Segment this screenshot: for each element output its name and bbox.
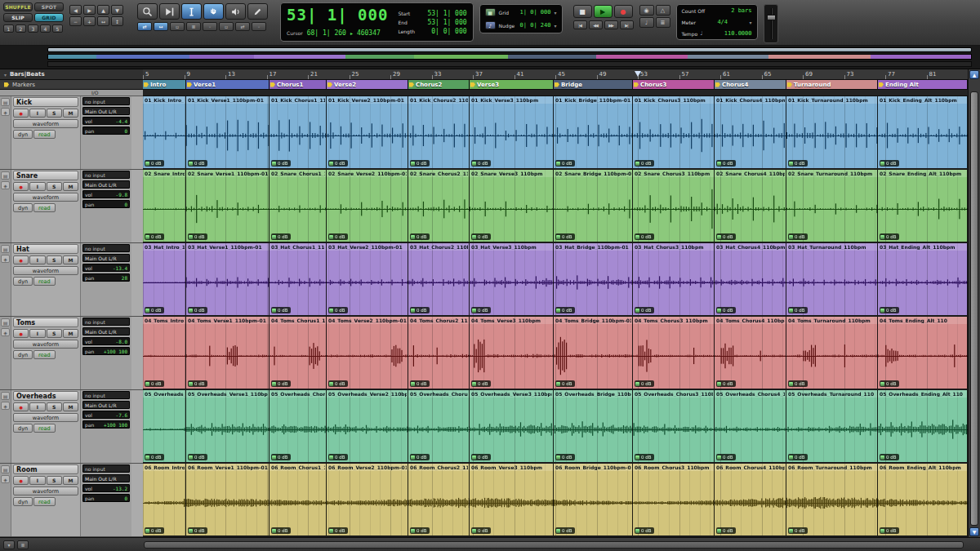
playlist-icon[interactable]: ▤ (1, 392, 10, 400)
clip-gain-badge[interactable]: 0 dB (716, 527, 736, 534)
audio-clip[interactable]: 03_Hat_Verse3_110bpm0 dB (470, 243, 554, 315)
clip-gain-badge[interactable]: 0 dB (145, 380, 164, 387)
mute-button[interactable]: M (63, 256, 78, 264)
audio-clip[interactable]: 01_Kick_Verse2_110bpm-010 dB (327, 96, 408, 168)
online-button[interactable]: ◉ (639, 5, 654, 16)
pan-display[interactable]: pan0 (82, 494, 130, 502)
scrubber-tool-button[interactable] (225, 3, 246, 20)
clip-gain-badge[interactable]: 0 dB (635, 380, 654, 387)
clip-gain-badge[interactable]: 0 dB (788, 380, 808, 387)
clip-gain-badge[interactable]: 0 dB (471, 454, 491, 460)
audio-clip[interactable]: 01_Kick_Intro_0 dB (143, 96, 186, 168)
overview-segment-turnaround[interactable] (768, 55, 871, 59)
input-selector[interactable]: no input (82, 464, 130, 473)
audio-clip[interactable]: 06_Room_Intro0 dB (143, 464, 186, 535)
audio-clip[interactable]: 04_Toms_Verse1_110bpm-010 dB (186, 317, 270, 389)
clip-gain-badge[interactable]: 0 dB (410, 380, 430, 387)
edit-option-button-4[interactable]: ≣ (186, 22, 201, 31)
audio-clip[interactable]: 01_Kick_Verse3_110bpm0 dB (470, 96, 554, 168)
audio-clip[interactable]: 02_Snare_Chorus1_1100 dB (270, 170, 327, 242)
clip-gain-badge[interactable]: 0 dB (555, 527, 575, 534)
pan-display[interactable]: pan28 (82, 273, 130, 282)
edit-option-button-1[interactable]: ⇄ (137, 22, 152, 31)
marker-chorus1[interactable]: Chorus1 (270, 80, 327, 89)
clip-gain-badge[interactable]: 0 dB (471, 307, 491, 313)
overview-segment-verse1[interactable] (96, 55, 189, 59)
audio-clip[interactable]: 05_Overheads_Chorus3_110bpm0 dB (633, 390, 715, 462)
audio-clip[interactable]: 05_Overheads_Verse1_110bpm0 dB (186, 390, 270, 462)
audio-clip[interactable]: 03_Hat_Chorus1_110bp0 dB (270, 243, 327, 315)
solo-button[interactable]: S (47, 329, 62, 338)
stop-button[interactable]: ■ (573, 5, 592, 18)
track-name-kick[interactable]: Kick (13, 97, 78, 107)
selection-end-value[interactable]: 53| 1| 000 (427, 19, 466, 26)
input-selector[interactable]: no input (82, 244, 130, 252)
pan-display[interactable]: pan0 (82, 200, 130, 208)
clip-gain-badge[interactable]: 0 dB (328, 307, 348, 313)
track-name-snare[interactable]: Snare (13, 171, 78, 180)
automation-mode-selector[interactable]: read (33, 130, 56, 139)
track-view-selector[interactable]: waveform (13, 266, 78, 275)
markers-label[interactable]: Markers (12, 82, 35, 88)
edit-option-button-7[interactable]: ⇄ (235, 22, 250, 31)
audio-clip[interactable]: 06_Room_Verse2_110bpm-010 dB (327, 464, 408, 535)
clip-gain-badge[interactable]: 0 dB (880, 307, 899, 313)
audio-clip[interactable]: 01_Kick_Bridge_110bpm-010 dB (554, 96, 633, 168)
audio-clip[interactable]: 06_Room_Turnaround_110bpm0 dB (786, 464, 878, 535)
clip-gain-badge[interactable]: 0 dB (635, 160, 654, 167)
solo-button[interactable]: S (47, 476, 62, 485)
bottom-menu-icon[interactable]: ▾ (3, 540, 15, 549)
track-view-selector[interactable]: waveform (13, 487, 78, 495)
audio-clip[interactable]: 02_Snare_Verse3_110bpm0 dB (470, 170, 554, 242)
clip-gain-badge[interactable]: 0 dB (555, 233, 575, 240)
zoom-preset-5[interactable]: 5 (52, 24, 63, 33)
audio-clip[interactable]: 05_Overheads_Turnaround_1100 dB (786, 390, 878, 462)
marker-verse2[interactable]: Verse2 (327, 80, 408, 89)
edit-option-button-5[interactable]: ◦ (203, 22, 217, 31)
marker-chorus3[interactable]: Chorus3 (633, 80, 715, 89)
volume-display[interactable]: vol-13.4 (82, 264, 130, 272)
zoom-preset-2[interactable]: 2 (16, 24, 26, 33)
overview-segment-chorus4[interactable] (688, 55, 768, 59)
output-selector[interactable]: Main Out L/R (82, 327, 130, 335)
clip-gain-badge[interactable]: 0 dB (188, 160, 207, 167)
pan-display[interactable]: pan0 (82, 127, 130, 135)
playlist-icon[interactable]: ▤ (1, 318, 10, 327)
clip-gain-badge[interactable]: 0 dB (716, 380, 736, 387)
output-fader-strip[interactable] (764, 4, 778, 43)
clip-gain-badge[interactable]: 0 dB (410, 307, 430, 313)
solo-button[interactable]: S (47, 109, 62, 118)
clip-gain-badge[interactable]: 0 dB (788, 233, 808, 240)
grid-value-icon[interactable]: ▦ (485, 8, 496, 16)
input-selector[interactable]: no input (82, 171, 130, 179)
elastic-audio-icon[interactable]: ◈ (1, 328, 10, 336)
audio-clip[interactable]: 03_Hat_Intro_10 dB (143, 243, 186, 315)
scroll-up-icon[interactable]: ▲ (969, 70, 979, 79)
zoom-down-button[interactable]: ▼ (111, 5, 123, 15)
clip-gain-badge[interactable]: 0 dB (555, 160, 575, 167)
dyn-selector[interactable]: dyn (13, 350, 33, 359)
zoom-horizontal-button[interactable]: ↔ (97, 16, 109, 26)
clip-gain-badge[interactable]: 0 dB (788, 160, 808, 167)
audio-clip[interactable]: 06_Room_Bridge_110bpm-010 dB (554, 464, 633, 535)
rewind-button[interactable]: ◀◀ (589, 20, 603, 29)
audio-clip[interactable]: 02_Snare_Ending_Alt_110bpm0 dB (878, 170, 968, 242)
playlist-icon[interactable]: ▤ (1, 465, 10, 473)
track-name-room[interactable]: Room (13, 464, 78, 474)
zoom-preset-4[interactable]: 4 (40, 24, 51, 33)
clip-gain-badge[interactable]: 0 dB (188, 454, 207, 460)
clip-gain-badge[interactable]: 0 dB (271, 307, 291, 313)
play-button[interactable]: ▶ (594, 5, 612, 18)
input-selector[interactable]: no input (82, 391, 130, 399)
grid-dropdown-icon[interactable]: ▾ (555, 10, 557, 16)
marker-intro[interactable]: Intro (143, 80, 186, 89)
main-location-counter[interactable]: 53| 1| 000 (287, 6, 388, 24)
clip-gain-badge[interactable]: 0 dB (788, 454, 808, 460)
clip-gain-badge[interactable]: 0 dB (788, 307, 808, 313)
audio-clip[interactable]: 04_Toms_Chorus3_110bpm0 dB (633, 317, 715, 389)
audio-clip[interactable]: 05_Overheads_Chorus4_110bpm0 dB (715, 390, 786, 462)
clip-gain-badge[interactable]: 0 dB (188, 527, 207, 534)
audio-clip[interactable]: 01_Kick_Turnaround_110bpm0 dB (786, 96, 878, 168)
clip-gain-badge[interactable]: 0 dB (635, 307, 654, 313)
audio-clip[interactable]: 01_Kick_Chorus1_110b0 dB (270, 96, 327, 168)
